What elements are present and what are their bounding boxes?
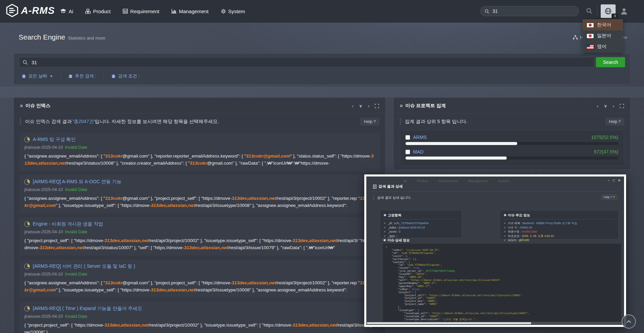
nav-item-management[interactable]: Management xyxy=(171,8,209,14)
expand-icon[interactable] xyxy=(375,104,379,108)
scroll-to-top-button[interactable] xyxy=(622,314,636,329)
result-row[interactable]: [ARMS-REQ] ( Time ) Expand 기능을 만들어 주세요ji… xyxy=(19,302,380,333)
highlighted-term: 313cokr xyxy=(105,280,122,285)
nav-item-ai[interactable]: Ai xyxy=(60,8,73,14)
highlighted-term: 313dev,atlassian,net xyxy=(104,323,148,328)
field-value: puN_YZYBaKa7OYiqwshw xyxy=(394,221,429,225)
nav-item-system[interactable]: System xyxy=(221,8,245,14)
home-icon xyxy=(111,74,116,78)
result-row[interactable]: A-RMS 팀 구성 확인jiraissue-2025-04-10Invalid… xyxy=(19,133,380,171)
result-list: A-RMS 팀 구성 확인jiraissue-2025-04-10Invalid… xyxy=(14,133,385,333)
filter-1[interactable]: 추천 검색 : xyxy=(61,73,104,79)
check-icon: ✓ xyxy=(384,230,386,233)
nav-menu: AiProductRequirementManagementSystem xyxy=(60,0,245,22)
field-value: - xyxy=(397,234,398,238)
nav-item-product[interactable]: Product xyxy=(85,8,111,14)
language-option-kr[interactable]: 한국어 xyxy=(583,20,623,30)
user-icon[interactable] xyxy=(620,7,628,15)
help-button[interactable]: Help ? xyxy=(605,118,624,125)
page-title: Search EngineStatistics and more xyxy=(19,33,105,41)
modal-message: 검색 결과 상세 입니다. xyxy=(373,195,411,200)
chevron-right-icon[interactable]: › xyxy=(613,104,614,108)
help-button[interactable]: Help ? ? xyxy=(601,194,617,200)
snippet-text: @gmail.com" ], "rawData": [ ",₩"iconUrl₩… xyxy=(207,161,329,166)
json-line: "project_name": "ARMS" xyxy=(386,303,618,306)
highlighted-term: 313dev,atlassian,net xyxy=(104,238,148,243)
highlighted-term: 313dev,atlassian,net xyxy=(151,203,195,208)
highlighted-term: 313cokr xyxy=(105,153,122,159)
search-icon[interactable] xyxy=(586,8,592,14)
field-label: _id : xyxy=(387,221,394,225)
nav-item-requirement[interactable]: Requirement xyxy=(123,8,159,14)
search-button[interactable]: Search xyxy=(596,57,625,67)
cubes-icon xyxy=(85,9,91,14)
project-label-link[interactable]: ARMS xyxy=(406,135,427,140)
result-row[interactable]: [ARMS-REQ] A-RMS 와 A-DOC 연동 기능jiraissue-… xyxy=(19,175,380,213)
project-label-link[interactable]: MAD xyxy=(406,149,423,154)
filter-0[interactable]: 모든 날짜▼ xyxy=(19,73,61,79)
search-result-detail-window: AiProductRequirementManagementSystem −□✕… xyxy=(364,174,626,327)
minimize-icon[interactable]: − xyxy=(608,179,610,182)
result-title-link[interactable]: [ARMS-REQ] A-RMS 와 A-DOC 연동 기능 xyxy=(24,179,375,185)
language-label: 영어 xyxy=(597,44,606,50)
main-search-field[interactable] xyxy=(19,57,595,67)
field-item: ✓ 이슈 제목 : Backend - Middle Proxy Redis 초… xyxy=(504,221,615,225)
result-title-link[interactable]: [ARMS-REQ] ( Time ) Expand 기능을 만들어 주세요 xyxy=(24,306,375,312)
modal-title: 검색 결과 상세 xyxy=(373,184,403,189)
panel-controls: ‹ ∨ › xyxy=(597,104,624,108)
result-row[interactable]: Engine - 비회원 게시판 샘플 작업jiraissue-2025-04-… xyxy=(19,217,380,256)
horizontal-scrollbar[interactable] xyxy=(367,322,623,324)
issue-index-panel: ≡ 이슈 인덱스 ‹ ∨ › 이슈 인덱스 검색 결과 '총2047건'입니다.… xyxy=(14,97,386,333)
chevron-down-icon[interactable]: ∨ xyxy=(359,104,363,108)
checkbox-icon[interactable] xyxy=(406,135,410,140)
chevron-left-icon[interactable]: ‹ xyxy=(352,104,353,108)
project-aggregation-panel: ≡ 이슈 프로젝트 집계 ‹ ∨ › 집계 결과 상위 5 항목 입니다. He… xyxy=(393,97,630,170)
result-count-link[interactable]: 총2047건 xyxy=(74,119,94,124)
scrollbar-thumb[interactable] xyxy=(367,322,531,324)
chevron-right-icon[interactable]: › xyxy=(368,104,369,108)
check-icon: ✓ xyxy=(384,234,386,238)
nav-item-label: Requirement xyxy=(130,8,159,14)
field-value: jiraissue-2025-04-23 xyxy=(399,226,425,229)
navbar-search[interactable] xyxy=(480,6,579,16)
nav-item-label: Management xyxy=(179,8,209,14)
check-icon: ✓ xyxy=(384,221,386,225)
asterisk-icon: ✱ xyxy=(384,213,386,217)
language-option-jp[interactable]: 일본어 xyxy=(583,30,623,41)
field-label: _index : xyxy=(387,226,399,229)
sitemap-icon xyxy=(573,35,578,40)
result-row[interactable]: [ARMS-REQ] 서버 관리 ( Server 모듈 및 IaC 등 )ji… xyxy=(19,260,380,298)
expand-icon[interactable] xyxy=(620,104,624,108)
result-title-link[interactable]: A-RMS 팀 구성 확인 xyxy=(24,137,375,143)
highlighted-term: 313dev,atlassian,net xyxy=(293,238,337,243)
aggregation-row: ARMS1075(52.5%) xyxy=(406,135,618,140)
home-icon xyxy=(22,74,26,78)
navbar-divider xyxy=(597,7,598,16)
asterisk-icon: ✱ xyxy=(504,213,506,217)
filter-2[interactable]: 검색 조건 : xyxy=(104,73,147,79)
app-root: A-RMS AiProductRequirementManagementSyst… xyxy=(0,0,644,333)
filter-label: 검색 조건 : xyxy=(118,73,139,79)
snippet-text: /rest/api/3/project/10002" ], "issuetype… xyxy=(148,238,293,243)
navbar-search-input[interactable] xyxy=(492,8,575,14)
issue-type-icon xyxy=(24,264,30,269)
help-button[interactable]: Help ? xyxy=(361,118,379,125)
result-title-link[interactable]: [ARMS-REQ] 서버 관리 ( Server 모듈 및 IaC 등 ) xyxy=(24,263,375,269)
check-icon: ✓ xyxy=(504,221,506,225)
main-search-input[interactable] xyxy=(31,59,591,66)
language-option-us[interactable]: 영어 xyxy=(583,41,623,52)
hamburger-icon: ≡ xyxy=(400,103,402,109)
progress-bar xyxy=(406,157,618,160)
project-name: ARMS xyxy=(413,135,427,140)
chevron-left-icon[interactable]: ‹ xyxy=(597,104,598,108)
maximize-icon[interactable]: □ xyxy=(613,179,615,182)
app-logo[interactable]: A-RMS xyxy=(6,4,55,17)
snippet-text: " ], "status.status_self": [ "https://dm… xyxy=(290,153,371,159)
field-label: 이슈 제목 : xyxy=(507,221,523,225)
close-icon[interactable]: ✕ xyxy=(618,179,621,182)
chevron-down-icon[interactable]: ∨ xyxy=(604,104,607,108)
ghost-menu-item: Product xyxy=(417,179,428,183)
checkbox-icon[interactable] xyxy=(406,150,410,154)
result-title-link[interactable]: Engine - 비회원 게시판 샘플 작업 xyxy=(24,221,375,227)
result-index-name: jiraissue-2025-04-10 xyxy=(24,230,63,234)
